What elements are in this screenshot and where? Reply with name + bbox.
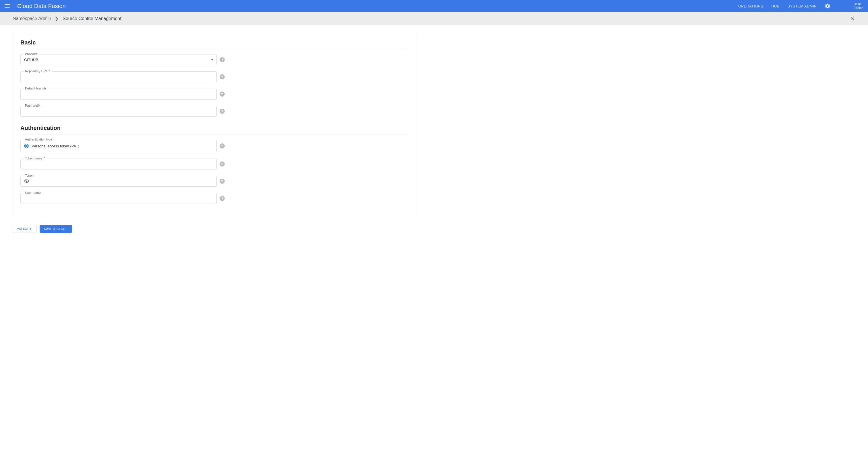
token-name-field-wrapper: Token name *: [20, 159, 217, 169]
default-branch-field-wrapper: Default branch: [20, 89, 217, 100]
edition-label: Basic Edition: [854, 2, 863, 10]
field-user-name: User name ?: [20, 193, 225, 204]
field-repo-url: Repository URL * ?: [20, 71, 225, 82]
vertical-divider: [842, 2, 842, 10]
field-auth-type: Authentication type Personal access toke…: [20, 140, 225, 152]
top-app-bar: Cloud Data Fusion OPERATIONS HUB SYSTEM …: [0, 0, 868, 12]
field-path-prefix: Path prefix ?: [20, 106, 225, 117]
token-field-wrapper: Token: [20, 176, 217, 187]
field-token-name: Token name * ?: [20, 159, 225, 169]
app-title: Cloud Data Fusion: [17, 3, 66, 9]
help-icon[interactable]: ?: [220, 179, 225, 184]
content-area: Basic Provider GITHUB ▼ ? Repository URL…: [0, 25, 868, 241]
nav-system-admin[interactable]: SYSTEM ADMIN: [787, 4, 817, 8]
token-name-input[interactable]: [24, 159, 213, 169]
help-icon[interactable]: ?: [220, 143, 225, 148]
repo-url-field-wrapper: Repository URL *: [20, 71, 217, 82]
chevron-right-icon: ❯: [55, 16, 59, 21]
section-divider: [20, 49, 408, 49]
help-icon[interactable]: ?: [220, 57, 225, 62]
auth-type-option-label: Personal access token (PAT): [32, 144, 79, 148]
help-icon[interactable]: ?: [220, 92, 225, 97]
form-card: Basic Provider GITHUB ▼ ? Repository URL…: [12, 33, 416, 218]
path-prefix-label: Path prefix: [24, 104, 42, 107]
user-name-label: User name: [24, 191, 42, 194]
token-label: Token: [24, 174, 35, 177]
repo-url-label: Repository URL *: [24, 69, 52, 73]
field-token: Token ?: [20, 176, 225, 187]
breadcrumb: Namespace Admin ❯ Source Control Managem…: [0, 12, 868, 25]
action-buttons: VALIDATE SAVE & CLOSE: [12, 225, 856, 233]
user-name-field-wrapper: User name: [20, 193, 217, 204]
default-branch-input[interactable]: [24, 89, 213, 99]
path-prefix-input[interactable]: [24, 106, 213, 116]
breadcrumb-level-2: Source Control Management: [63, 16, 121, 21]
top-nav: OPERATIONS HUB SYSTEM ADMIN Basic Editio…: [738, 2, 863, 10]
section-title-authentication: Authentication: [20, 125, 408, 131]
repo-url-input[interactable]: [24, 72, 213, 82]
help-icon[interactable]: ?: [220, 162, 225, 167]
default-branch-label: Default branch: [24, 87, 48, 90]
token-input[interactable]: [31, 176, 213, 187]
auth-type-group: Authentication type Personal access toke…: [20, 140, 217, 152]
user-name-input[interactable]: [24, 193, 213, 204]
validate-button[interactable]: VALIDATE: [12, 225, 37, 233]
auth-type-radio-pat[interactable]: Personal access token (PAT): [24, 144, 79, 148]
path-prefix-field-wrapper: Path prefix: [20, 106, 217, 117]
chevron-down-icon: ▼: [211, 58, 214, 61]
provider-label: Provider: [24, 52, 38, 56]
visibility-off-icon[interactable]: [24, 179, 29, 184]
provider-value: GITHUB: [24, 58, 38, 62]
field-default-branch: Default branch ?: [20, 89, 225, 100]
field-provider: Provider GITHUB ▼ ?: [20, 54, 225, 65]
settings-gear-icon[interactable]: [825, 3, 830, 9]
help-icon[interactable]: ?: [220, 109, 225, 114]
help-icon[interactable]: ?: [220, 196, 225, 201]
help-icon[interactable]: ?: [220, 74, 225, 79]
save-close-button[interactable]: SAVE & CLOSE: [40, 225, 72, 233]
nav-operations[interactable]: OPERATIONS: [738, 4, 763, 8]
section-title-basic: Basic: [20, 39, 408, 46]
auth-type-label: Authentication type: [24, 138, 54, 141]
provider-select[interactable]: Provider GITHUB ▼: [20, 54, 217, 65]
hamburger-menu-icon[interactable]: [5, 3, 11, 9]
close-icon[interactable]: [850, 16, 856, 21]
token-name-label: Token name *: [24, 157, 46, 160]
radio-checked-icon: [24, 144, 29, 148]
breadcrumb-level-1[interactable]: Namespace Admin: [12, 16, 51, 21]
nav-hub[interactable]: HUB: [771, 4, 779, 8]
